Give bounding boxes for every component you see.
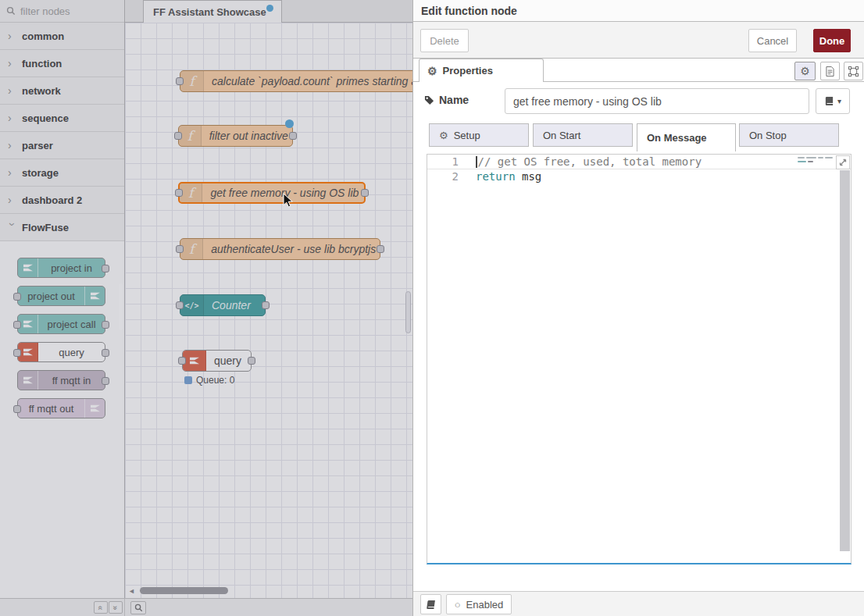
output-port[interactable] bbox=[102, 321, 109, 329]
palette-search-placeholder: filter nodes bbox=[20, 5, 70, 17]
category-label: parser bbox=[22, 140, 53, 151]
palette-category-storage[interactable]: ›storage bbox=[0, 159, 124, 187]
output-port[interactable] bbox=[361, 189, 369, 197]
flow-node-filter-out-inactive[interactable]: f filter out inactive bbox=[178, 125, 293, 147]
status-dot bbox=[184, 376, 192, 384]
scroll-left-arrow-icon[interactable]: ◄ bbox=[128, 587, 135, 595]
collapse-all-categories-button[interactable]: « bbox=[94, 601, 108, 614]
flowfuse-icon bbox=[18, 371, 38, 390]
flowfuse-icon bbox=[84, 399, 105, 418]
code-icon: </> bbox=[180, 295, 204, 315]
palette-category-function[interactable]: ›function bbox=[0, 50, 124, 77]
palette-category-parser[interactable]: ›parser bbox=[0, 132, 124, 159]
flow-node-query[interactable]: query bbox=[182, 350, 252, 372]
input-port[interactable] bbox=[176, 77, 184, 85]
tab-setup[interactable]: ⚙ Setup bbox=[429, 123, 529, 147]
input-port[interactable] bbox=[175, 189, 183, 197]
canvas-horizontal-scrollbar[interactable]: ◄ bbox=[125, 586, 412, 596]
unsaved-changes-dot bbox=[266, 5, 273, 12]
flow-node-counter[interactable]: </> Counter bbox=[180, 294, 266, 316]
output-port[interactable] bbox=[262, 301, 270, 309]
palette-category-dashboard2[interactable]: ›dashboard 2 bbox=[0, 187, 124, 214]
output-port[interactable] bbox=[102, 265, 109, 272]
line-number: 2 bbox=[427, 169, 459, 184]
library-dropdown-button[interactable]: ▾ bbox=[816, 88, 850, 114]
palette-node-project-in[interactable]: project in bbox=[17, 258, 105, 278]
double-chevron-up-icon: « bbox=[97, 605, 105, 610]
scrollbar-thumb[interactable] bbox=[140, 587, 228, 594]
palette-category-network[interactable]: ›network bbox=[0, 77, 124, 105]
caret-down-icon: ▾ bbox=[837, 97, 841, 105]
output-port[interactable] bbox=[248, 357, 255, 365]
category-label: dashboard 2 bbox=[22, 194, 82, 206]
delete-button[interactable]: Delete bbox=[420, 29, 469, 52]
chevron-right-icon: › bbox=[8, 194, 22, 206]
tab-on-start[interactable]: On Start bbox=[533, 123, 633, 147]
flow-node-calculate-primes[interactable]: f calculate `payload.count` primes start… bbox=[180, 70, 412, 92]
canvas-vertical-scrollbar[interactable] bbox=[405, 291, 411, 333]
code-line[interactable]: 1 // get OS free, used, total memory bbox=[427, 155, 851, 169]
library-export-button[interactable] bbox=[420, 594, 441, 614]
expand-editor-button[interactable] bbox=[836, 155, 850, 169]
node-enabled-toggle[interactable]: ○ Enabled bbox=[446, 594, 512, 614]
palette-node-query[interactable]: query bbox=[17, 342, 105, 362]
edit-properties-button[interactable]: ⚙ bbox=[794, 62, 816, 80]
palette-node-project-out[interactable]: project out bbox=[17, 286, 105, 306]
tab-properties[interactable]: ⚙ Properties bbox=[419, 59, 544, 82]
dialog-body: Name ▾ ⚙ Setup On Start On Message On St… bbox=[413, 82, 864, 591]
flow-node-get-free-memory[interactable]: f get free memory - using OS lib bbox=[178, 182, 366, 204]
palette-search[interactable]: filter nodes bbox=[0, 0, 124, 23]
code-text: msg bbox=[516, 170, 542, 183]
palette-scrollbar[interactable] bbox=[119, 283, 123, 330]
input-port[interactable] bbox=[13, 405, 21, 413]
palette-flowfuse-nodes: project in project out project call bbox=[0, 241, 124, 598]
tab-label: Setup bbox=[454, 130, 480, 141]
input-port[interactable] bbox=[174, 132, 182, 140]
code-line[interactable]: 2 return msg bbox=[427, 169, 851, 184]
flow-canvas[interactable]: f calculate `payload.count` primes start… bbox=[125, 23, 412, 598]
input-port[interactable] bbox=[13, 293, 21, 301]
output-port[interactable] bbox=[102, 349, 109, 357]
edit-description-button[interactable] bbox=[820, 62, 840, 80]
output-port[interactable] bbox=[102, 377, 109, 385]
workspace-tab-ff-assistant-showcase[interactable]: FF Assistant Showcase bbox=[143, 0, 282, 23]
palette-category-sequence[interactable]: ›sequence bbox=[0, 105, 124, 132]
done-button[interactable]: Done bbox=[813, 29, 851, 52]
input-port[interactable] bbox=[178, 357, 186, 365]
expand-all-categories-button[interactable]: » bbox=[109, 601, 123, 614]
output-port[interactable] bbox=[377, 245, 384, 253]
output-port[interactable] bbox=[289, 132, 297, 140]
changed-dot bbox=[285, 119, 294, 128]
input-port[interactable] bbox=[176, 301, 184, 309]
chevron-right-icon: › bbox=[8, 139, 22, 151]
palette-node-label: ff mqtt in bbox=[38, 375, 105, 386]
node-appearance-button[interactable] bbox=[844, 62, 863, 80]
search-flows-button[interactable] bbox=[130, 601, 146, 614]
palette-category-common[interactable]: ›common bbox=[0, 23, 124, 50]
name-input[interactable] bbox=[505, 88, 809, 114]
code-keyword: return bbox=[476, 170, 516, 183]
code-editor[interactable]: 1 // get OS free, used, total memory 2 r… bbox=[427, 154, 852, 564]
palette-node-label: query bbox=[38, 347, 105, 358]
tab-on-stop[interactable]: On Stop bbox=[739, 123, 839, 147]
dialog-toolbar: Delete Cancel Done bbox=[413, 22, 864, 59]
cancel-button[interactable]: Cancel bbox=[748, 29, 797, 52]
palette-category-flowfuse[interactable]: ›FlowFuse bbox=[0, 214, 124, 241]
flow-node-authenticate-user[interactable]: f authenticateUser - use lib bcryptjs bbox=[180, 238, 380, 260]
chevron-right-icon: › bbox=[8, 57, 22, 69]
palette-node-ff-mqtt-out[interactable]: ff mqtt out bbox=[17, 398, 105, 418]
editor-scrollbar[interactable] bbox=[840, 170, 850, 551]
dialog-footer: ○ Enabled bbox=[413, 591, 864, 616]
workspace-tab-label: FF Assistant Showcase bbox=[153, 6, 266, 18]
input-port[interactable] bbox=[13, 321, 21, 329]
tab-on-message[interactable]: On Message bbox=[637, 123, 736, 151]
palette-node-project-call[interactable]: project call bbox=[17, 314, 105, 334]
palette: filter nodes ›common ›function ›network … bbox=[0, 0, 125, 598]
function-icon: f bbox=[180, 71, 204, 91]
input-port[interactable] bbox=[176, 245, 184, 253]
code-comment: // get OS free, used, total memory bbox=[478, 155, 702, 168]
category-label: function bbox=[22, 58, 62, 69]
expand-icon bbox=[838, 158, 848, 167]
palette-node-ff-mqtt-in[interactable]: ff mqtt in bbox=[17, 370, 105, 390]
input-port[interactable] bbox=[13, 349, 21, 357]
